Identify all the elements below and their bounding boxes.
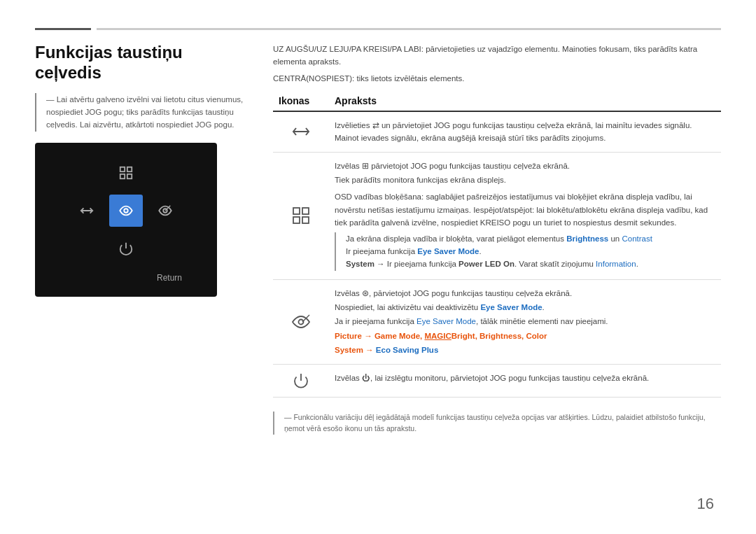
svg-rect-8	[302, 208, 309, 214]
svg-rect-7	[293, 208, 300, 214]
jog-panel: Return	[35, 143, 217, 297]
icon-cell-power	[273, 364, 329, 397]
svg-point-4	[124, 209, 128, 213]
icon-cell-eye	[273, 279, 329, 364]
page-title: Funkcijas taustiņu ceļvedis	[35, 43, 252, 83]
desc-cell-power: Izvēlas ⏻, lai izslēgtu monitoru, pārvie…	[329, 364, 721, 397]
desc-cell-grid: Izvēlas ⊞ pārvietojot JOG pogu funkcijas…	[329, 152, 721, 279]
panel-arrows-icon	[70, 195, 104, 227]
svg-rect-10	[302, 217, 309, 223]
panel-empty-1	[70, 157, 104, 189]
panel-power-icon	[109, 232, 143, 265]
svg-rect-2	[120, 174, 125, 178]
desc-cell-arrows: Izvēlieties ⇄ un pārvietojiet JOG pogu f…	[329, 111, 721, 152]
svg-rect-0	[120, 167, 125, 171]
svg-rect-3	[127, 174, 132, 178]
panel-grid-icon	[109, 157, 143, 189]
panel-empty-2	[148, 157, 182, 189]
intro-text: — Lai atvērtu galveno izvēlni vai lietot…	[35, 93, 252, 132]
desc-cell-eye: Izvēlas ⊛, pārvietojot JOG pogu funkcija…	[329, 279, 721, 364]
svg-rect-9	[293, 217, 300, 223]
col-apraksts: Apraksts	[329, 92, 721, 111]
panel-empty-3	[70, 232, 104, 265]
icon-cell-arrows	[273, 111, 329, 152]
col-ikonas: Ikonas	[273, 92, 329, 111]
panel-return-label: Return	[70, 273, 182, 283]
footnote-text: — Funkcionālu variāciju dēļ iegādātajā m…	[273, 412, 721, 435]
svg-rect-1	[127, 167, 132, 171]
right-intro-text: UZ AUGŠU/UZ LEJU/PA KREISI/PA LABI: pārv…	[273, 43, 721, 69]
panel-eye-icon	[148, 195, 182, 227]
svg-line-13	[308, 315, 309, 316]
centra-text: CENTRĀ(NOSPIEST): tiks lietots izvēlētai…	[273, 74, 721, 83]
function-table: Ikonas Apraksts	[273, 92, 721, 398]
top-decorative-lines	[35, 28, 721, 30]
table-row: Izvēlas ⊞ pārvietojot JOG pogu funkcijas…	[273, 152, 721, 279]
table-row: Izvēlas ⊛, pārvietojot JOG pogu funkcija…	[273, 279, 721, 364]
eco-saving-plus-label: Eco Saving Plus	[376, 346, 438, 354]
table-row: Izvēlas ⏻, lai izslēgtu monitoru, pārvie…	[273, 364, 721, 397]
table-row: Izvēlieties ⇄ un pārvietojiet JOG pogu f…	[273, 111, 721, 152]
icon-cell-grid	[273, 152, 329, 279]
page-number: 16	[697, 495, 714, 513]
panel-active-center-icon	[109, 195, 143, 227]
panel-icons-grid	[70, 157, 182, 265]
panel-empty-4	[148, 232, 182, 265]
